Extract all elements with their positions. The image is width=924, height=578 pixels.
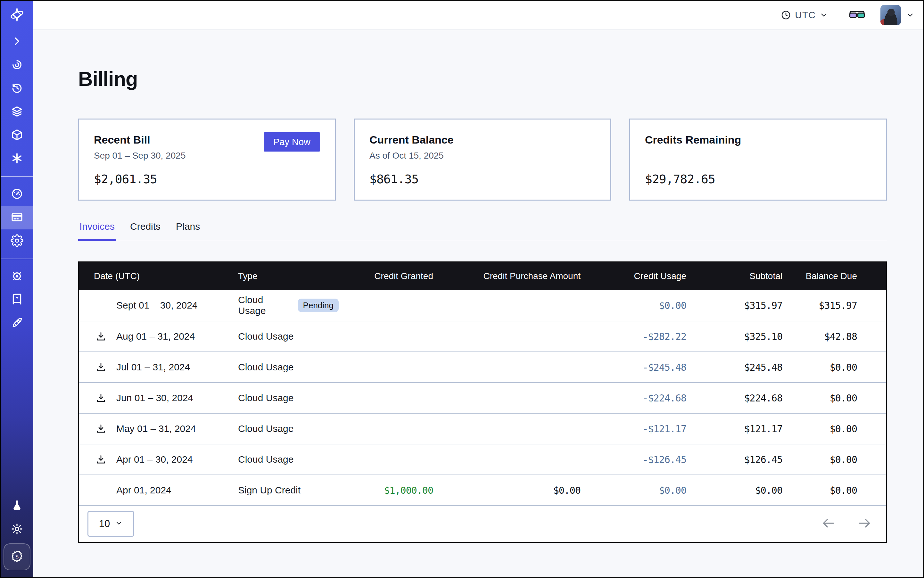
page-title: Billing xyxy=(78,67,887,90)
invoice-date: Apr 01, 2024 xyxy=(116,485,171,496)
svg-text:$: $ xyxy=(15,553,19,560)
download-slot xyxy=(94,484,107,497)
credit-usage: $0.00 xyxy=(595,485,701,496)
balance-due: $315.97 xyxy=(797,300,886,311)
page-size-select[interactable]: 10 xyxy=(88,511,134,537)
table-row: May 01 – 31, 2024 Cloud Usage -$121.17 $… xyxy=(79,413,886,444)
invoice-date: Aug 01 – 31, 2024 xyxy=(116,331,195,342)
settings-gear-icon xyxy=(11,234,23,248)
avatar xyxy=(880,5,901,25)
invoice-date: Jun 01 – 30, 2024 xyxy=(116,393,193,403)
app-logo[interactable] xyxy=(1,1,33,30)
user-menu[interactable] xyxy=(880,5,914,25)
credit-usage: $0.00 xyxy=(595,300,701,311)
table-row: Jul 01 – 31, 2024 Cloud Usage -$245.48 $… xyxy=(79,351,886,382)
invoice-type: Cloud Usage xyxy=(238,423,294,434)
sidebar-item-history[interactable] xyxy=(1,77,33,100)
view-mode-button[interactable] xyxy=(849,10,865,21)
invoice-date: Apr 01 – 30, 2024 xyxy=(116,454,193,465)
subtotal: $0.00 xyxy=(701,485,797,496)
col-header-subtotal: Subtotal xyxy=(701,271,797,281)
sidebar-item-getting-started[interactable] xyxy=(1,312,33,335)
chevron-down-icon xyxy=(820,11,828,19)
credits-remaining-card: Credits Remaining $29,782.65 xyxy=(629,119,887,201)
previous-page-button[interactable] xyxy=(821,516,836,532)
credit-granted: $1,000.00 xyxy=(339,485,448,496)
asterisk-icon xyxy=(11,152,23,166)
invoice-date: Jul 01 – 31, 2024 xyxy=(116,362,190,373)
download-invoice-button[interactable] xyxy=(94,361,107,373)
col-header-date: Date (UTC) xyxy=(79,271,233,281)
sidebar-item-containers[interactable] xyxy=(1,124,33,147)
invoices-table: Date (UTC) Type Credit Granted Credit Pu… xyxy=(78,261,887,543)
glasses-icon xyxy=(849,10,865,21)
sidebar-item-layers[interactable] xyxy=(1,100,33,124)
subtotal: $126.45 xyxy=(701,454,797,465)
recent-bill-card: Recent Bill Sep 01 – Sep 30, 2025 $2,061… xyxy=(78,119,336,201)
rocket-icon xyxy=(11,317,23,331)
balance-due: $0.00 xyxy=(797,423,886,435)
invoice-date: May 01 – 31, 2024 xyxy=(116,423,196,434)
subtotal: $121.17 xyxy=(701,423,797,435)
pay-now-button[interactable]: Pay Now xyxy=(264,132,320,151)
topbar: UTC xyxy=(33,1,923,30)
spiral-icon xyxy=(11,58,23,72)
pager xyxy=(821,516,872,532)
credit-usage: -$224.68 xyxy=(595,393,701,404)
dollar-seal-icon: $ xyxy=(10,549,24,565)
next-page-button[interactable] xyxy=(857,516,872,532)
sidebar-divider xyxy=(1,176,33,177)
current-balance-amount: $861.35 xyxy=(369,172,419,186)
balance-due: $0.00 xyxy=(797,454,886,465)
sidebar-item-expand[interactable] xyxy=(1,30,33,54)
tab-invoices[interactable]: Invoices xyxy=(78,221,116,240)
sidebar-item-usage[interactable] xyxy=(1,183,33,206)
tab-plans[interactable]: Plans xyxy=(175,221,201,240)
table-footer: 10 xyxy=(79,505,886,542)
tab-credits[interactable]: Credits xyxy=(129,221,162,240)
balance-due: $0.00 xyxy=(797,362,886,373)
col-header-credit-usage: Credit Usage xyxy=(595,271,701,281)
invoice-type: Cloud Usage xyxy=(238,362,294,373)
table-row: Aug 01 – 31, 2024 Cloud Usage -$282.22 $… xyxy=(79,321,886,351)
balance-due: $0.00 xyxy=(797,393,886,404)
col-header-type: Type xyxy=(233,271,339,281)
clock-icon xyxy=(781,10,791,20)
download-invoice-button[interactable] xyxy=(94,453,107,466)
sidebar-item-billing[interactable] xyxy=(1,206,33,229)
sidebar-item-sessions[interactable] xyxy=(1,54,33,77)
sidebar-item-support[interactable] xyxy=(1,265,33,288)
sidebar-item-functions[interactable] xyxy=(1,147,33,170)
balance-due: $0.00 xyxy=(797,485,886,496)
timezone-label: UTC xyxy=(795,10,816,21)
sidebar-item-docs[interactable] xyxy=(1,288,33,312)
summary-cards: Recent Bill Sep 01 – Sep 30, 2025 $2,061… xyxy=(78,119,887,201)
sidebar-item-credits[interactable]: $ xyxy=(3,543,31,570)
subtotal: $224.68 xyxy=(701,393,797,404)
sidebar: $ xyxy=(1,1,33,577)
card-subtitle: Sep 01 – Sep 30, 2025 xyxy=(94,151,320,161)
page-size-value: 10 xyxy=(99,518,110,529)
sidebar-item-settings[interactable] xyxy=(1,229,33,253)
flask-icon xyxy=(11,499,23,513)
card-title: Credits Remaining xyxy=(645,134,871,146)
card-subtitle: As of Oct 15, 2025 xyxy=(369,151,596,161)
download-invoice-button[interactable] xyxy=(94,391,107,404)
recent-bill-amount: $2,061.35 xyxy=(94,172,157,186)
card-title: Current Balance xyxy=(369,134,596,146)
balance-due: $42.88 xyxy=(797,331,886,342)
download-invoice-button[interactable] xyxy=(94,422,107,435)
chevron-down-icon xyxy=(906,11,914,19)
subtotal: $245.48 xyxy=(701,362,797,373)
invoice-type: Cloud Usage xyxy=(238,393,294,403)
download-invoice-button[interactable] xyxy=(94,330,107,343)
cube-icon xyxy=(11,128,23,143)
sidebar-item-theme-toggle[interactable] xyxy=(1,518,33,541)
invoice-type: Cloud Usage xyxy=(238,294,293,316)
timezone-selector[interactable]: UTC xyxy=(781,10,828,21)
invoice-date: Sept 01 – 30, 2024 xyxy=(116,300,198,311)
billing-card-icon xyxy=(11,211,23,225)
table-row: Sept 01 – 30, 2024 Cloud Usage Pending $… xyxy=(79,290,886,321)
sidebar-item-labs[interactable] xyxy=(1,494,33,518)
history-clock-icon xyxy=(11,82,23,96)
